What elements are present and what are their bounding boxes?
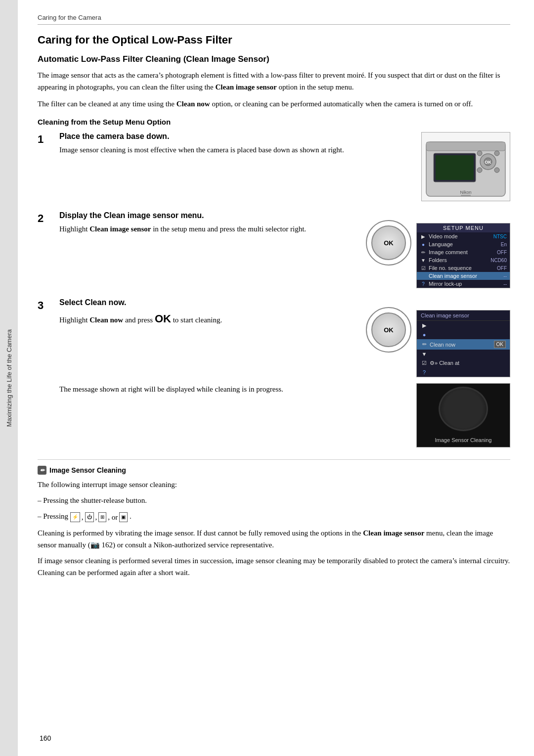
note-box: ✏ Image Sensor Cleaning The following in… (38, 459, 510, 578)
step1-row: Place the camera base down. Image sensor… (59, 132, 510, 201)
subsection-title: Cleaning from the Setup Menu Option (38, 118, 510, 126)
note-text7: If image sensor cleaning is performed se… (38, 555, 510, 578)
note-text4: Cleaning is performed by vibrating the i… (38, 527, 510, 551)
svg-point-8 (494, 168, 499, 173)
step3-content: Select Clean now. Highlight Clean now an… (59, 298, 510, 447)
step3-block: 3 Select Clean now. Highlight Clean now … (38, 298, 510, 447)
page-number: 160 (40, 734, 51, 742)
para2: The filter can be cleaned at any time us… (38, 98, 510, 110)
step3-number: 3 (38, 298, 51, 447)
svg-rect-12 (461, 195, 471, 197)
side-tab: Maximizing the Life of the Camera (0, 0, 18, 756)
step1-block: 1 Place the camera base down. Image sens… (38, 132, 510, 201)
setup-menu-item-5: Clean image sensor -- (417, 272, 510, 280)
svg-point-10 (477, 168, 482, 173)
svg-point-9 (477, 151, 482, 156)
setup-menu-item-0: ▶ Video mode NTSC (417, 232, 510, 240)
breadcrumb: Caring for the Camera (38, 14, 510, 25)
ok-button-step2: OK (369, 223, 408, 263)
step3-below: The message shown at right will be displ… (59, 383, 510, 447)
note-text1: The following interrupt image sensor cle… (38, 479, 510, 490)
svg-text:Nikon: Nikon (460, 190, 471, 195)
step3-row: Highlight Clean now and press OK to star… (59, 310, 510, 377)
section1-title: Automatic Low-Pass Filter Cleaning (Clea… (38, 54, 510, 64)
clean-menu-item-5: ? (417, 368, 510, 377)
ok-button-step3: OK (369, 310, 408, 350)
setup-menu-item-3: ▼ Folders NCD60 (417, 256, 510, 264)
main-content: Caring for the Camera Caring for the Opt… (18, 0, 534, 756)
step1-text-area: Place the camera base down. Image sensor… (59, 132, 411, 161)
clean-menu-item-4: ☑ ⚙» Clean at (417, 358, 510, 368)
step1-content: Place the camera base down. Image sensor… (59, 132, 510, 201)
ok-circle: OK (371, 225, 406, 260)
sensor-circle-container (439, 384, 488, 437)
sensor-cleaning-label: Image Sensor Cleaning (435, 437, 492, 443)
camera-svg: OK Nikon (424, 134, 508, 199)
note-title: ✏ Image Sensor Cleaning (38, 466, 510, 475)
clean-menu-item-3: ▼ (417, 350, 510, 358)
step1-desc: Image sensor cleaning is most effective … (59, 144, 411, 156)
setup-menu-item-2: ✏ Image comment OFF (417, 248, 510, 256)
ok-circle-step3: OK (371, 312, 406, 347)
step3-below-text: The message shown at right will be displ… (59, 383, 406, 395)
setup-menu-header: SETUP MENU (417, 223, 510, 232)
note-text3: – Pressing ⚡, ⏻, ⊞, or ▣ . (38, 510, 510, 523)
note-text2: – Pressing the shutter-release button. (38, 494, 510, 506)
step1-title: Place the camera base down. (59, 132, 411, 141)
page-wrapper: Maximizing the Life of the Camera Caring… (0, 0, 534, 756)
step2-desc: Highlight Clean image sensor in the setu… (59, 223, 361, 235)
step3-text: Highlight Clean now and press OK to star… (59, 310, 361, 332)
step3-desc: Highlight Clean now and press OK to star… (59, 310, 361, 327)
step3-title: Select Clean now. (59, 298, 510, 307)
step2-content: Display the Clean image sensor menu. Hig… (59, 211, 510, 288)
step1-number: 1 (38, 132, 51, 201)
step3-below-row: The message shown at right will be displ… (59, 383, 510, 447)
clean-menu-item-1: ● (417, 330, 510, 339)
clean-menu-header: Clean image sensor (417, 311, 510, 321)
clean-menu-item-2: ✏ Clean now OK (417, 339, 510, 350)
chapter-title: Caring for the Optical Low-Pass Filter (38, 34, 510, 46)
step2-text: Highlight Clean image sensor in the setu… (59, 223, 361, 240)
step2-row: Highlight Clean image sensor in the setu… (59, 223, 510, 288)
camera-back-image: OK Nikon (421, 132, 510, 201)
setup-menu-item-4: ☑ File no. sequence OFF (417, 264, 510, 272)
step2-number: 2 (38, 211, 51, 288)
clean-menu-item-0: ▶ (417, 321, 510, 330)
svg-rect-3 (436, 155, 474, 180)
sensor-cleaning-image: Image Sensor Cleaning (416, 383, 510, 447)
step2-block: 2 Display the Clean image sensor menu. H… (38, 211, 510, 288)
step2-title: Display the Clean image sensor menu. (59, 211, 510, 220)
svg-point-7 (494, 151, 499, 156)
setup-menu-image: SETUP MENU ▶ Video mode NTSC ● Language … (416, 223, 510, 288)
pressing-icons: ⚡, ⏻, ⊞, or ▣ (70, 511, 128, 523)
svg-text:OK: OK (485, 160, 491, 165)
sensor-circle (439, 387, 488, 431)
clean-menu-image: Clean image sensor ▶ ● ✏ Clean now (416, 310, 510, 377)
para1: The image sensor that acts as the camera… (38, 69, 510, 93)
setup-menu-item-1: ● Language En (417, 240, 510, 248)
setup-menu-item-6: ? Mirror lock-up -- (417, 280, 510, 288)
side-tab-text: Maximizing the Life of the Camera (5, 329, 13, 427)
svg-rect-1 (426, 142, 505, 151)
note-icon: ✏ (38, 466, 46, 475)
